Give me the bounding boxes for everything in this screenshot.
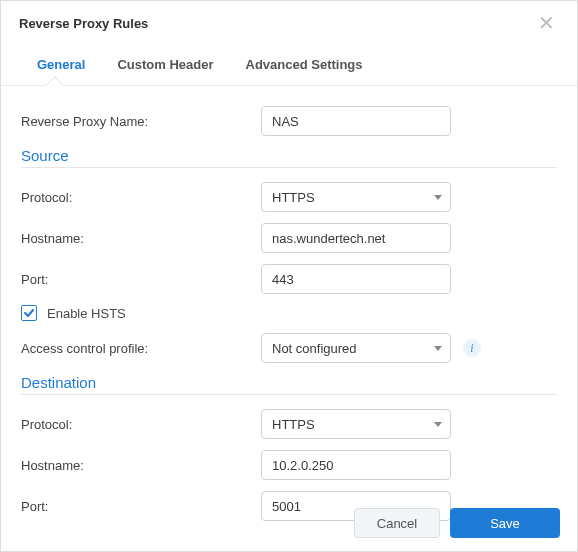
source-port-input[interactable] bbox=[261, 264, 451, 294]
form-body: Reverse Proxy Name: Source Protocol: HTT… bbox=[1, 86, 577, 521]
source-protocol-select[interactable]: HTTPS bbox=[261, 182, 451, 212]
destination-protocol-label: Protocol: bbox=[21, 417, 261, 432]
access-control-profile-label: Access control profile: bbox=[21, 341, 261, 356]
reverse-proxy-name-input[interactable] bbox=[261, 106, 451, 136]
dialog-header: Reverse Proxy Rules ✕ bbox=[1, 1, 577, 43]
divider bbox=[21, 394, 557, 395]
reverse-proxy-name-label: Reverse Proxy Name: bbox=[21, 114, 261, 129]
source-hostname-label: Hostname: bbox=[21, 231, 261, 246]
destination-protocol-value: HTTPS bbox=[272, 417, 315, 432]
save-button[interactable]: Save bbox=[450, 508, 560, 538]
destination-hostname-label: Hostname: bbox=[21, 458, 261, 473]
checkmark-icon bbox=[23, 307, 35, 319]
source-protocol-label: Protocol: bbox=[21, 190, 261, 205]
source-hostname-input[interactable] bbox=[261, 223, 451, 253]
destination-hostname-input[interactable] bbox=[261, 450, 451, 480]
enable-hsts-checkbox[interactable] bbox=[21, 305, 37, 321]
access-control-profile-select[interactable]: Not configured bbox=[261, 333, 451, 363]
destination-heading: Destination bbox=[21, 374, 557, 391]
caret-down-icon bbox=[434, 346, 442, 351]
source-port-label: Port: bbox=[21, 272, 261, 287]
caret-down-icon bbox=[434, 422, 442, 427]
enable-hsts-label: Enable HSTS bbox=[47, 306, 126, 321]
tab-bar: General Custom Header Advanced Settings bbox=[1, 43, 577, 86]
caret-down-icon bbox=[434, 195, 442, 200]
access-control-profile-value: Not configured bbox=[272, 341, 357, 356]
tab-advanced-settings[interactable]: Advanced Settings bbox=[246, 43, 363, 85]
source-heading: Source bbox=[21, 147, 557, 164]
dialog-footer: Cancel Save bbox=[0, 494, 578, 552]
close-icon[interactable]: ✕ bbox=[534, 11, 559, 35]
tab-custom-header[interactable]: Custom Header bbox=[117, 43, 213, 85]
tab-general[interactable]: General bbox=[37, 43, 85, 85]
destination-protocol-select[interactable]: HTTPS bbox=[261, 409, 451, 439]
dialog-title: Reverse Proxy Rules bbox=[19, 16, 148, 31]
cancel-button[interactable]: Cancel bbox=[354, 508, 440, 538]
info-icon[interactable]: i bbox=[463, 339, 481, 357]
divider bbox=[21, 167, 557, 168]
source-protocol-value: HTTPS bbox=[272, 190, 315, 205]
